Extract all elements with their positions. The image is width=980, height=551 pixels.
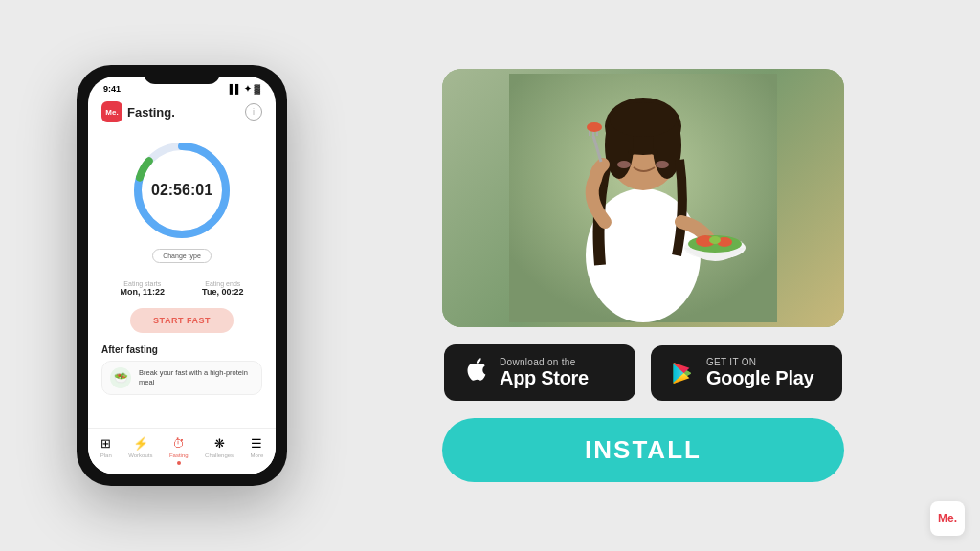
phone-section: 9:41 ▌▌ ✦ ▓ Me. Fasting. i: [38, 65, 325, 486]
apple-icon: [463, 356, 490, 389]
app-store-top-text: Download on the: [500, 357, 589, 367]
nav-active-indicator: [177, 461, 181, 465]
install-button[interactable]: INSTALL: [442, 418, 844, 482]
eating-start: Eating starts Mon, 11:22: [121, 280, 166, 297]
nav-more-label: More: [251, 452, 264, 458]
eating-times: Eating starts Mon, 11:22 Eating ends Tue…: [88, 271, 276, 304]
timer-circle: 02:56:01: [129, 138, 234, 243]
svg-point-12: [617, 161, 631, 168]
phone-screen: 9:41 ▌▌ ✦ ▓ Me. Fasting. i: [88, 77, 276, 474]
google-play-top-text: GET IT ON: [706, 357, 813, 367]
right-section: Download on the App Store: [325, 69, 942, 482]
eating-end-value: Tue, 00:22: [202, 287, 243, 297]
after-fasting-card: 🥗 Break your fast with a high-protein me…: [101, 361, 262, 395]
status-icons: ▌▌ ✦ ▓: [230, 84, 260, 94]
food-image-bg: [442, 69, 844, 327]
google-play-main-text: Google Play: [706, 367, 813, 389]
svg-point-9: [610, 102, 677, 137]
phone-notch: [144, 65, 220, 84]
app-store-text: Download on the App Store: [500, 357, 589, 389]
svg-point-10: [628, 149, 635, 155]
nav-fasting[interactable]: ⏱ Fasting: [169, 436, 189, 465]
card-text: Break your fast with a high-protein meal: [139, 368, 254, 387]
nav-workouts-icon: ⚡: [133, 436, 148, 451]
nav-challenges[interactable]: ❋ Challenges: [205, 436, 234, 465]
watermark: Me.: [930, 501, 965, 536]
after-fasting-title: After fasting: [101, 344, 262, 355]
change-type-button[interactable]: Change type: [152, 249, 212, 263]
timer-section: 02:56:01 Change type: [88, 130, 276, 271]
nav-more[interactable]: ☰ More: [251, 436, 264, 465]
phone-frame: 9:41 ▌▌ ✦ ▓ Me. Fasting. i: [77, 65, 287, 486]
start-fast-button[interactable]: START FAST: [130, 308, 234, 333]
status-time: 9:41: [103, 84, 121, 94]
google-play-icon: [670, 360, 697, 386]
svg-point-11: [651, 149, 658, 155]
timer-text: 02:56:01: [151, 182, 212, 199]
app-store-button[interactable]: Download on the App Store: [444, 344, 635, 401]
eating-start-value: Mon, 11:22: [121, 287, 166, 297]
info-icon[interactable]: i: [245, 103, 262, 121]
bottom-nav: ⊞ Plan ⚡ Workouts ⏱ Fasting ❋ Challen: [88, 428, 276, 474]
nav-plan[interactable]: ⊞ Plan: [100, 436, 112, 465]
store-buttons-row: Download on the App Store: [444, 344, 842, 401]
app-logo: Me. Fasting.: [101, 101, 175, 122]
eating-end: Eating ends Tue, 00:22: [202, 280, 243, 297]
app-name-label: Fasting.: [127, 105, 175, 120]
main-container: 9:41 ▌▌ ✦ ▓ Me. Fasting. i: [0, 0, 980, 551]
nav-plan-label: Plan: [100, 452, 112, 458]
logo-badge: Me.: [101, 101, 122, 122]
food-image-container: [442, 69, 844, 327]
app-header: Me. Fasting. i: [88, 98, 276, 130]
nav-workouts-label: Workouts: [128, 452, 152, 458]
app-store-main-text: App Store: [500, 367, 589, 389]
svg-point-23: [709, 236, 721, 244]
food-icon: 🥗: [110, 367, 131, 388]
person-illustration: [509, 74, 777, 322]
nav-fasting-label: Fasting: [169, 452, 189, 458]
nav-challenges-label: Challenges: [205, 452, 234, 458]
eating-end-label: Eating ends: [202, 280, 243, 287]
nav-more-icon: ☰: [251, 436, 262, 451]
nav-plan-icon: ⊞: [100, 436, 111, 451]
nav-challenges-icon: ❋: [214, 436, 225, 451]
nav-fasting-icon: ⏱: [172, 436, 185, 451]
google-play-text: GET IT ON Google Play: [706, 357, 813, 389]
after-fasting-section: After fasting 🥗 Break your fast with a h…: [88, 337, 276, 399]
svg-point-18: [587, 122, 602, 132]
timer-display: 02:56:01: [151, 182, 212, 199]
eating-start-label: Eating starts: [121, 280, 166, 287]
google-play-button[interactable]: GET IT ON Google Play: [651, 345, 842, 401]
nav-workouts[interactable]: ⚡ Workouts: [128, 436, 152, 465]
svg-point-13: [656, 161, 669, 168]
